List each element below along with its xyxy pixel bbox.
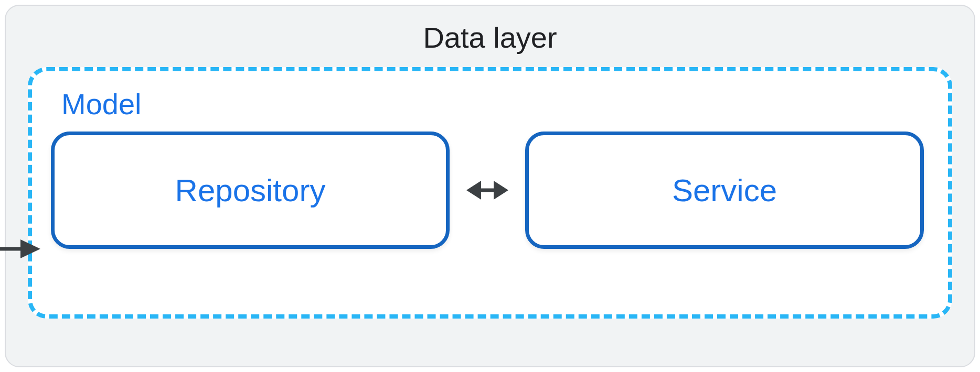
- model-label: Model: [61, 87, 924, 121]
- diagram-title: Data layer: [28, 20, 952, 54]
- components-row: Repository Service: [51, 132, 924, 249]
- service-label: Service: [672, 172, 777, 209]
- svg-marker-2: [466, 181, 481, 200]
- repository-box: Repository: [51, 132, 450, 249]
- incoming-arrow-icon: [0, 236, 40, 264]
- bidirectional-arrow-icon: [466, 178, 508, 203]
- svg-marker-4: [494, 181, 508, 200]
- svg-marker-1: [20, 239, 40, 258]
- repository-label: Repository: [175, 172, 326, 209]
- service-box: Service: [525, 132, 924, 249]
- data-layer-container: Data layer Model Repository Service: [5, 5, 975, 367]
- model-container: Model Repository Service: [28, 67, 952, 319]
